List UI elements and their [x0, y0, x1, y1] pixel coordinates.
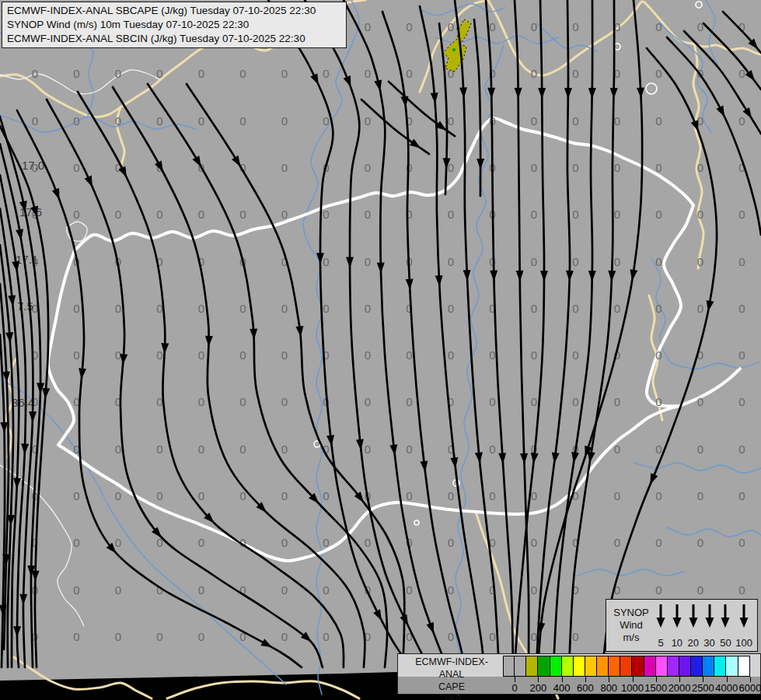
sbcin-grid-value: 0 [323, 630, 329, 643]
sbcin-grid-value: 0 [448, 255, 454, 268]
sbcin-grid-value: 0 [365, 536, 371, 549]
sbcin-grid-value: 0 [156, 67, 162, 80]
sbcin-grid-value: 0 [156, 489, 162, 502]
sbcin-grid-value: 0 [489, 395, 495, 408]
sbcin-grid-value: 0 [198, 630, 204, 643]
sbcin-grid-value: 0 [406, 583, 412, 597]
sbcin-grid-value: 0 [73, 348, 79, 362]
sbcin-grid-value: 0 [738, 255, 745, 268]
sbcin-grid-value: 0 [738, 583, 745, 597]
sbcin-grid-value: 0 [115, 67, 121, 80]
wind-speed-label: 5 [658, 637, 663, 649]
sbcin-grid-value: 0 [281, 114, 288, 128]
cape-color-swatch [550, 656, 562, 677]
station-value-label: 17.0 [22, 159, 44, 172]
sbcin-grid-value: 0 [489, 20, 495, 33]
sbcin-grid-value: 0 [406, 67, 412, 80]
cape-tick-value: 0 [512, 682, 518, 694]
sbcin-grid-value: 0 [281, 348, 288, 362]
sbcin-grid-value: 0 [156, 630, 162, 643]
sbcin-grid-value: 0 [198, 489, 204, 502]
sbcin-grid-value: 0 [115, 208, 121, 221]
sbcin-grid-value: 0 [365, 443, 371, 456]
cape-tick-mark [538, 677, 539, 682]
down-arrow-icon [655, 602, 667, 628]
sbcin-grid-value: 0 [531, 489, 537, 502]
sbcin-grid-value: 0 [655, 161, 662, 174]
sbcin-grid-value: 0 [281, 302, 288, 315]
cape-tick-mark [515, 677, 515, 682]
sbcin-grid-value: 0 [365, 395, 371, 408]
sbcin-grid-value: 0 [198, 583, 204, 597]
sbcin-grid-value: 0 [531, 114, 537, 128]
cape-tick-value: 1500 [644, 682, 667, 694]
sbcin-grid-value: 0 [73, 161, 79, 174]
sbcin-grid-value: 0 [614, 302, 620, 315]
sbcin-grid-value: 0 [738, 348, 745, 362]
sbcin-grid-value: 0 [531, 67, 537, 80]
cape-color-swatch [644, 656, 656, 677]
sbcin-grid-value: 0 [239, 114, 246, 128]
cape-color-swatch [668, 656, 679, 677]
cape-color-swatch [597, 656, 609, 677]
cape-tick-mark [703, 677, 703, 682]
sbcin-grid-value: 0 [697, 443, 703, 456]
cape-tick-value: 200 [530, 682, 547, 694]
sbcin-grid-value: 0 [406, 395, 412, 408]
sbcin-grid-value: 0 [73, 583, 79, 597]
sbcin-grid-value: 0 [655, 114, 662, 128]
down-arrow-icon [719, 602, 731, 628]
sbcin-grid-value: 0 [572, 630, 578, 643]
cape-tick-value: 600 [577, 682, 594, 694]
wind-speed-column: 100 [735, 602, 752, 649]
sbcin-grid-value: 0 [239, 208, 246, 221]
down-arrow-icon [687, 602, 700, 628]
sbcin-grid-value: 0 [365, 20, 371, 33]
sbcin-grid-value: 0 [697, 20, 703, 33]
cape-color-swatch [515, 656, 526, 677]
sbcin-grid-value: 0 [697, 302, 703, 315]
sbcin-grid-value: 0 [572, 161, 578, 174]
sbcin-grid-value: 0 [697, 536, 703, 549]
sbcin-grid-value: 0 [655, 348, 662, 362]
sbcin-grid-value: 0 [531, 161, 537, 174]
cape-color-swatch [703, 656, 714, 677]
cape-color-swatch [738, 656, 750, 677]
sbcin-grid-value: 0 [115, 302, 121, 315]
wind-speed-column: 30 [703, 602, 716, 649]
sbcin-grid-value: 0 [738, 302, 745, 315]
sbcin-grid-value: 0 [365, 161, 371, 174]
sbcin-grid-value: 0 [697, 161, 703, 174]
wind-legend-title-line: SYNOP [613, 607, 649, 619]
cape-color-swatch [714, 656, 726, 677]
cape-tick-value: 2000 [668, 682, 691, 694]
sbcin-grid-value: 0 [614, 114, 620, 128]
sbcin-grid-value: 0 [406, 489, 412, 502]
cape-tick-value: 400 [553, 682, 571, 694]
sbcin-grid-value: 0 [365, 67, 371, 80]
sbcin-grid-value: 0 [572, 208, 578, 221]
sbcin-grid-value: 0 [156, 443, 162, 456]
sbcin-grid-value: 0 [614, 536, 620, 549]
wind-speed-label: 50 [720, 637, 731, 649]
sbcin-grid-value: 0 [572, 114, 578, 128]
wind-speed-column: 20 [687, 602, 700, 649]
sbcin-grid-value: 0 [655, 536, 662, 549]
sbcin-grid-value: 0 [323, 583, 329, 597]
sbcin-grid-value: 0 [655, 208, 662, 221]
sbcin-grid-value: 0 [32, 67, 38, 80]
sbcin-grid-value: 0 [738, 67, 745, 80]
sbcin-grid-value: 0 [281, 161, 288, 174]
sbcin-grid-value: 0 [323, 208, 329, 221]
sbcin-grid-value: 0 [738, 114, 745, 128]
sbcin-grid-value: 0 [614, 208, 620, 221]
cape-tick-mark [633, 677, 634, 682]
sbcin-grid-value: 0 [531, 536, 537, 549]
sbcin-grid-value: 0 [572, 20, 578, 33]
cape-tick-mark [562, 677, 563, 682]
sbcin-grid-value: 0 [281, 583, 288, 597]
sbcin-grid-value: 0 [448, 67, 454, 80]
sbcin-grid-value: 0 [448, 489, 454, 502]
cape-contour-dot [452, 48, 456, 51]
sbcin-grid-value: 0 [115, 630, 121, 643]
